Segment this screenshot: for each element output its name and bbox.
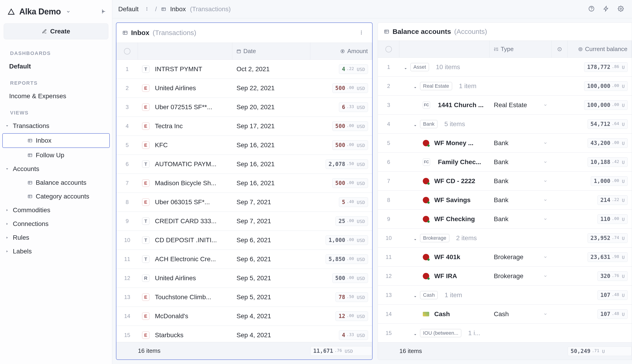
table-row[interactable]: 4ETectra IncSep 17, 2021500.00USD (116, 117, 372, 136)
select-all-checkbox[interactable] (116, 43, 138, 60)
account-balance: 107.48U (597, 290, 628, 300)
table-row[interactable]: 13Cash1 item107.48U (378, 286, 632, 305)
table-row[interactable]: 15EStarbucksSep 4, 20214.33USD (116, 326, 372, 342)
wells-fargo-icon (423, 140, 429, 146)
txn-type-badge: E (142, 104, 149, 111)
sidebar-item-connections[interactable]: Connections (0, 217, 112, 231)
table-row[interactable]: 3FC1441 Church ...Real Estate100,000.00U (378, 96, 632, 115)
sidebar-item-default-dashboard[interactable]: Default (0, 60, 112, 73)
table-row[interactable]: 2Real Estate1 item100,000.00U (378, 77, 632, 96)
sidebar-item-balance-accounts[interactable]: Balance accounts (0, 176, 112, 190)
table-row[interactable]: 7EMadison Bicycle Sh...Sep 16, 2021500.0… (116, 174, 372, 193)
settings-button[interactable] (615, 4, 626, 14)
sidebar-item-rules[interactable]: Rules (0, 231, 112, 244)
table-row[interactable]: 9WF CheckingBank110.00U (378, 210, 632, 229)
chevron-down-icon[interactable] (543, 254, 547, 261)
table-row[interactable]: 6FCFamily Chec...Bank10,188.42U (378, 153, 632, 172)
txn-date: Sep 22, 2021 (232, 79, 310, 98)
create-button[interactable]: Create (4, 23, 108, 40)
txn-amount: 1,000.00USD (326, 235, 368, 245)
sidebar-item-category-accounts[interactable]: Category accounts (0, 190, 112, 203)
sidebar-item-income-expenses[interactable]: Income & Expenses (0, 89, 112, 103)
sidebar-item-label: Inbox (36, 137, 52, 144)
txn-amount: 4.33USD (339, 330, 368, 340)
account-name: WF Checking (434, 216, 475, 223)
sidebar-item-label: Default (9, 63, 31, 70)
sliders-icon (494, 47, 498, 52)
chevron-down-icon[interactable] (543, 272, 547, 280)
table-row[interactable]: 5EKFCSep 16, 2021500.00USD (116, 136, 372, 155)
table-row[interactable]: 10Brokerage2 items23,952.74U (378, 229, 632, 248)
sidebar-item-inbox[interactable]: Inbox (2, 133, 110, 148)
chevron-down-icon[interactable] (543, 196, 547, 204)
table-row[interactable]: 9TCREDIT CARD 333...Sep 7, 202125.00USD (116, 212, 372, 231)
group-count: 10 items (436, 64, 460, 71)
table-row[interactable]: 8EUber 063015 SF*...Sep 7, 20215.40USD (116, 193, 372, 212)
sidebar-item-labels[interactable]: Labels (0, 244, 112, 258)
txn-date: Sep 7, 2021 (232, 212, 310, 230)
txn-date: Sep 4, 2021 (232, 307, 310, 326)
workspace-switcher[interactable]: Alka Demo (7, 7, 71, 16)
breadcrumb-root[interactable]: Default (118, 6, 139, 13)
table-row[interactable]: 6TAUTOMATIC PAYM...Sep 16, 20212,078.50U… (116, 155, 372, 174)
disclosure-triangle-icon[interactable] (413, 236, 417, 240)
breadcrumb-root-menu[interactable] (143, 4, 151, 14)
disclosure-triangle-icon[interactable] (413, 293, 417, 297)
sidebar-item-transactions[interactable]: Transactions (0, 119, 112, 133)
target-icon (578, 47, 583, 52)
table-row[interactable]: 10TCD DEPOSIT .INITI...Sep 6, 20211,000.… (116, 231, 372, 250)
col-info[interactable] (552, 41, 568, 58)
disclosure-triangle-icon[interactable] (413, 122, 417, 126)
disclosure-triangle-icon[interactable] (404, 65, 408, 69)
account-balance: 54,712.64U (587, 119, 628, 129)
sidebar-item-commodities[interactable]: Commodities (0, 203, 112, 217)
table-row[interactable]: 1Asset10 items178,772.86U (378, 58, 632, 77)
collapse-sidebar-button[interactable] (100, 8, 106, 15)
table-row[interactable]: 8WF SavingsBank214.22U (378, 191, 632, 210)
table-row[interactable]: 14EMcDonald'sSep 4, 202112.00USD (116, 307, 372, 326)
table-row[interactable]: 12RUnited AirlinesSep 5, 2021500.00USD (116, 269, 372, 288)
sidebar-item-accounts[interactable]: Accounts (0, 162, 112, 176)
chevron-down-icon[interactable] (543, 216, 547, 223)
chevron-down-icon[interactable] (543, 140, 547, 147)
txn-date: Sep 4, 2021 (232, 326, 310, 342)
table-row[interactable]: 12WF IRABrokerage320.76U (378, 267, 632, 286)
panel-inbox-menu[interactable] (357, 28, 366, 38)
account-balance: 1,000.00U (591, 176, 628, 186)
account-name: WF CD - 2222 (434, 178, 475, 185)
disclosure-triangle-icon[interactable] (413, 331, 417, 335)
table-row[interactable]: 15IOU (between...1 i... (378, 324, 632, 342)
sidebar-item-followup[interactable]: Follow Up (0, 148, 112, 162)
txn-type-badge: E (142, 332, 149, 339)
table-row[interactable]: 7WF CD - 2222Bank1,000.00U (378, 172, 632, 191)
sidebar-item-label: Income & Expenses (9, 92, 66, 100)
disclosure-triangle-icon (5, 167, 10, 171)
group-count: 5 items (444, 120, 465, 128)
chevron-down-icon[interactable] (543, 158, 547, 166)
table-row[interactable]: 13ETouchstone Climb...Sep 5, 202178.50US… (116, 288, 372, 307)
chevron-down-icon[interactable] (543, 310, 547, 318)
table-row[interactable]: 11TACH Electronic Cre...Sep 6, 20215,850… (116, 250, 372, 269)
col-type[interactable]: Type (490, 41, 552, 58)
txn-name: United Airlines (155, 84, 196, 92)
table-row[interactable]: 11WF 401kBrokerage23,631.98U (378, 248, 632, 267)
chevron-down-icon[interactable] (543, 178, 547, 185)
table-row[interactable]: 14CashCash107.48U (378, 305, 632, 324)
col-date[interactable]: Date (232, 43, 310, 60)
table-row[interactable]: 3EUber 072515 SF**...Sep 20, 20216.33USD (116, 98, 372, 117)
main: Default / Inbox (Transactions) Inbox ( (112, 0, 632, 364)
col-balance[interactable]: Current balance (568, 41, 632, 58)
table-row[interactable]: 5WF Money ...Bank43,200.00U (378, 134, 632, 153)
quick-actions-button[interactable] (601, 4, 611, 14)
table-row[interactable]: 2EUnited AirlinesSep 22, 2021500.00USD (116, 79, 372, 98)
help-button[interactable] (586, 4, 597, 14)
txn-date: Sep 7, 2021 (232, 193, 310, 212)
disclosure-triangle-icon[interactable] (413, 84, 417, 88)
panel-inbox: Inbox (Transactions) Date (116, 22, 373, 360)
table-row[interactable]: 4Bank5 items54,712.64U (378, 115, 632, 134)
chevron-down-icon[interactable] (543, 102, 547, 109)
breadcrumb-leaf[interactable]: Inbox (170, 6, 186, 13)
select-all-checkbox[interactable] (378, 41, 399, 58)
table-row[interactable]: 1TINTRST PYMNTOct 2, 20214.22USD (116, 60, 372, 79)
col-amount[interactable]: Amount (310, 43, 372, 60)
